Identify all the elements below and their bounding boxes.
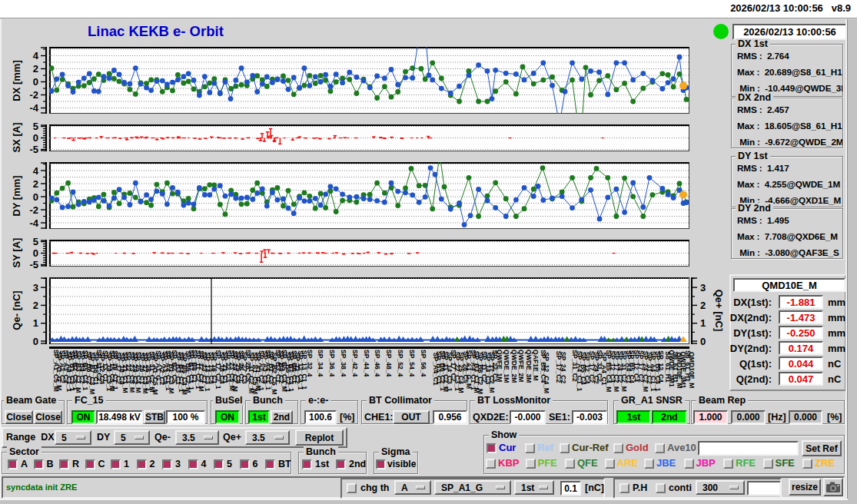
svg-text:0: 0 [33,132,38,144]
svg-text:2: 2 [700,300,706,311]
svg-text:SP_56_4: SP_56_4 [420,350,427,377]
svg-text:SP_34_4: SP_34_4 [317,350,324,377]
svg-text:-4: -4 [29,217,38,229]
svg-text:SP_44_4: SP_44_4 [363,350,370,377]
svg-text:5: 5 [33,121,38,132]
svg-text:QWDE_2M: QWDE_2M [510,350,518,383]
svg-text:Qe- [nC]: Qe- [nC] [11,290,22,330]
svg-text:2: 2 [33,63,38,75]
svg-text:SP_52_4: SP_52_4 [397,350,404,377]
svg-text:SP_42_4: SP_42_4 [351,350,359,377]
svg-text:SP_38_4: SP_38_4 [340,350,347,377]
svg-text:-4: -4 [29,102,38,114]
svg-text:4: 4 [33,165,39,177]
svg-text:4: 4 [33,50,39,61]
svg-text:5: 5 [33,236,38,247]
svg-text:SP_48_4: SP_48_4 [385,350,393,377]
svg-text:QAF1E_M: QAF1E_M [532,350,540,381]
svg-text:2: 2 [33,300,38,311]
svg-text:SP_12_C4_M: SP_12_C4_M [543,353,550,394]
svg-text:-5: -5 [29,144,38,155]
svg-text:SP_54_4: SP_54_4 [408,350,416,377]
svg-text:1: 1 [33,317,38,329]
svg-text:QWFE_1M: QWFE_1M [496,350,503,383]
svg-text:SY [A]: SY [A] [11,238,22,268]
svg-text:QMD10E_M: QMD10E_M [688,352,696,388]
svg-text:3: 3 [700,282,706,293]
svg-text:DY [mm]: DY [mm] [11,175,22,216]
svg-text:SP_32_4: SP_32_4 [306,350,314,377]
svg-text:0: 0 [33,76,38,88]
svg-text:DX [mm]: DX [mm] [11,60,22,101]
svg-text:QWFE_2M: QWFE_2M [517,350,525,383]
svg-text:1: 1 [700,317,706,329]
svg-text:SP_36_4: SP_36_4 [328,350,336,377]
svg-text:Qe+ [nC]: Qe+ [nC] [713,290,725,332]
svg-text:SP_24_C2: SP_24_C2 [560,352,567,384]
svg-text:2: 2 [33,178,38,190]
svg-text:3: 3 [33,282,38,293]
svg-text:-2: -2 [29,89,38,101]
svg-text:0: 0 [33,336,38,347]
svg-text:-5: -5 [29,259,38,270]
svg-text:QWDE_3M: QWDE_3M [525,350,533,383]
svg-text:QWDE_1M: QWDE_1M [503,350,510,383]
svg-text:-2: -2 [29,204,38,216]
svg-text:SP_46_4: SP_46_4 [374,350,381,377]
svg-text:0: 0 [33,191,38,203]
svg-text:SX [A]: SX [A] [11,123,22,153]
svg-text:0: 0 [33,247,38,259]
svg-text:0: 0 [700,336,706,347]
